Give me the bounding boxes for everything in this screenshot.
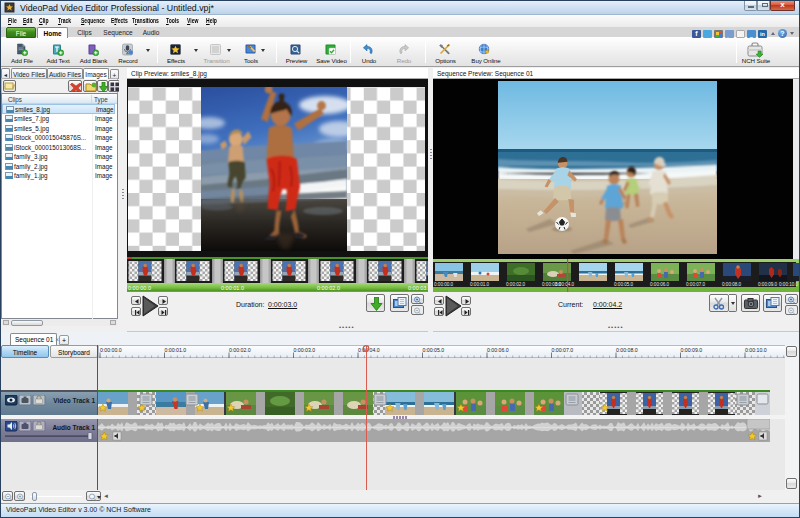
svg-text:0:00:01.0: 0:00:01.0 xyxy=(470,282,490,287)
svg-text:0:00:09.0: 0:00:09.0 xyxy=(681,347,703,353)
svg-text:0:00:07.0: 0:00:07.0 xyxy=(686,282,706,287)
svg-text:0:00:01.0: 0:00:01.0 xyxy=(165,347,187,353)
svg-text:0:00:03.0: 0:00:03.0 xyxy=(294,347,316,353)
svg-text:0:00:07.0: 0:00:07.0 xyxy=(552,347,574,353)
svg-text:0:00:05.0: 0:00:05.0 xyxy=(614,282,634,287)
svg-text:0:00:05.0: 0:00:05.0 xyxy=(423,347,445,353)
svg-text:0:00:00.0: 0:00:00.0 xyxy=(100,347,122,353)
svg-text:0:00:08.0: 0:00:08.0 xyxy=(722,282,742,287)
svg-text:0:00:10.0: 0:00:10.0 xyxy=(779,282,799,287)
svg-text:0:00:06.0: 0:00:06.0 xyxy=(650,282,670,287)
svg-text:0:00:09.0: 0:00:09.0 xyxy=(758,282,778,287)
svg-text:0:00:04.0: 0:00:04.0 xyxy=(555,282,575,287)
svg-text:0:00:08.0: 0:00:08.0 xyxy=(616,347,638,353)
svg-text:0:00:02.0: 0:00:02.0 xyxy=(506,282,526,287)
svg-text:0:00:06.0: 0:00:06.0 xyxy=(487,347,509,353)
svg-text:0:00:10.0: 0:00:10.0 xyxy=(745,347,767,353)
svg-text:0:00:02.0: 0:00:02.0 xyxy=(229,347,251,353)
svg-text:0:00:00.0: 0:00:00.0 xyxy=(434,282,454,287)
